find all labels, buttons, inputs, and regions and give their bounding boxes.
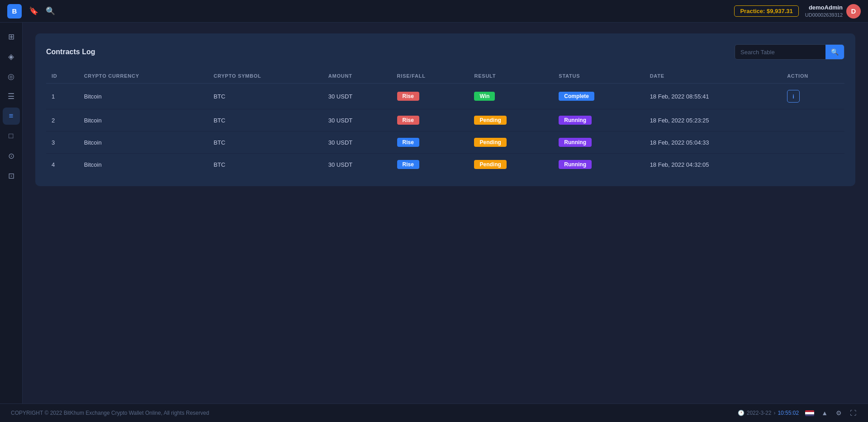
footer-time-value: 10:55:02 — [778, 410, 799, 416]
sidebar-item-trading[interactable]: ◈ — [3, 48, 20, 65]
table-row: 4 Bitcoin BTC 30 USDT Rise Pending Runni… — [46, 154, 844, 176]
cell-crypto-symbol: BTC — [208, 84, 323, 109]
main-layout: ⊞ ◈ ◎ ☰ ≡ □ ⊙ ⊡ Contracts Log — [0, 23, 868, 403]
search-input[interactable] — [735, 46, 825, 59]
cell-id: 3 — [46, 131, 79, 154]
flag-icon — [805, 410, 814, 416]
cell-result: Pending — [469, 154, 553, 176]
card-header: Contracts Log 🔍 — [46, 44, 844, 60]
footer-arrow: › — [773, 410, 775, 416]
col-rise-fall: RISE/FALL — [392, 69, 469, 84]
sidebar-item-transactions[interactable]: ☰ — [3, 88, 20, 105]
table-row: 2 Bitcoin BTC 30 USDT Rise Pending Runni… — [46, 109, 844, 131]
sidebar-item-orders[interactable]: □ — [3, 127, 20, 145]
status-badge: Running — [559, 138, 592, 147]
practice-balance[interactable]: Practice: $9,937.31 — [734, 5, 798, 17]
clock-icon: 🕐 — [738, 410, 745, 416]
contracts-icon: ≡ — [9, 112, 14, 121]
rise-fall-badge: Rise — [397, 92, 419, 101]
col-status: STATUS — [553, 69, 644, 84]
result-badge: Pending — [474, 138, 506, 147]
cell-status: Running — [553, 109, 644, 131]
cell-crypto-currency: Bitcoin — [79, 131, 209, 154]
user-name: demoAdmin — [805, 4, 843, 12]
table-header-row: ID CRYPTO CURRENCY CRYPTO SYMBOL AMOUNT … — [46, 69, 844, 84]
cell-action — [782, 154, 844, 176]
rise-fall-badge: Rise — [397, 160, 419, 169]
table-row: 3 Bitcoin BTC 30 USDT Rise Pending Runni… — [46, 131, 844, 154]
col-crypto-symbol: CRYPTO SYMBOL — [208, 69, 323, 84]
user-id: UD00002639312 — [805, 12, 843, 18]
table-row: 1 Bitcoin BTC 30 USDT Rise Win Complete … — [46, 84, 844, 109]
cell-crypto-symbol: BTC — [208, 154, 323, 176]
result-badge: Pending — [474, 116, 506, 125]
top-navigation: B 🔖 🔍 Practice: $9,937.31 demoAdmin UD00… — [0, 0, 868, 23]
sidebar-item-users[interactable]: ⊙ — [3, 147, 20, 164]
logo[interactable]: B — [7, 4, 22, 19]
search-icon[interactable]: 🔍 — [46, 6, 55, 16]
settings-icon[interactable]: ⚙ — [835, 408, 843, 417]
action-info-button[interactable]: i — [787, 90, 800, 103]
wallet-icon: ◎ — [8, 72, 14, 81]
orders-icon: □ — [9, 131, 13, 141]
status-badge: Running — [559, 160, 592, 169]
cell-action: i — [782, 84, 844, 109]
cell-crypto-symbol: BTC — [208, 109, 323, 131]
cell-id: 2 — [46, 109, 79, 131]
sidebar-item-wallet[interactable]: ◎ — [3, 68, 20, 85]
avatar[interactable]: D — [846, 4, 861, 19]
reports-icon: ⊡ — [8, 171, 14, 181]
cell-rise-fall: Rise — [392, 154, 469, 176]
cell-date: 18 Feb, 2022 08:55:41 — [645, 84, 782, 109]
cell-crypto-currency: Bitcoin — [79, 154, 209, 176]
status-badge: Complete — [559, 92, 594, 101]
col-date: DATE — [645, 69, 782, 84]
cell-result: Pending — [469, 131, 553, 154]
cell-result: Win — [469, 84, 553, 109]
footer-datetime: 🕐 2022-3-22 › 10:55:02 — [738, 410, 799, 416]
sidebar-item-contracts[interactable]: ≡ — [3, 108, 20, 125]
transactions-icon: ☰ — [8, 92, 14, 101]
cell-amount: 30 USDT — [323, 154, 392, 176]
col-action: ACTION — [782, 69, 844, 84]
sidebar: ⊞ ◈ ◎ ☰ ≡ □ ⊙ ⊡ — [0, 23, 23, 403]
status-badge: Running — [559, 116, 592, 125]
cell-crypto-currency: Bitcoin — [79, 84, 209, 109]
sidebar-item-reports[interactable]: ⊡ — [3, 167, 20, 184]
cell-status: Complete — [553, 84, 644, 109]
cell-action — [782, 131, 844, 154]
cell-crypto-currency: Bitcoin — [79, 109, 209, 131]
cell-date: 18 Feb, 2022 05:23:25 — [645, 109, 782, 131]
rise-fall-badge: Rise — [397, 116, 419, 125]
cell-id: 1 — [46, 84, 79, 109]
bookmark-icon[interactable]: 🔖 — [29, 6, 38, 16]
main-content: Contracts Log 🔍 ID CRYPTO CURRENCY CRYPT… — [23, 23, 868, 403]
cell-date: 18 Feb, 2022 04:32:05 — [645, 154, 782, 176]
fullscreen-icon[interactable]: ⛶ — [849, 408, 857, 417]
search-box: 🔍 — [735, 44, 844, 60]
cell-amount: 30 USDT — [323, 109, 392, 131]
expand-icon[interactable]: ▲ — [821, 408, 829, 417]
topnav-left: B 🔖 🔍 — [7, 4, 55, 19]
topnav-right: Practice: $9,937.31 demoAdmin UD00002639… — [734, 4, 861, 19]
footer-date: 2022-3-22 — [747, 410, 772, 416]
footer-right: 🕐 2022-3-22 › 10:55:02 ▲ ⚙ ⛶ — [738, 408, 857, 417]
result-badge: Win — [474, 92, 495, 101]
users-icon: ⊙ — [8, 151, 14, 161]
col-amount: AMOUNT — [323, 69, 392, 84]
search-icon: 🔍 — [831, 48, 839, 56]
cell-rise-fall: Rise — [392, 84, 469, 109]
cell-date: 18 Feb, 2022 05:04:33 — [645, 131, 782, 154]
cell-status: Running — [553, 154, 644, 176]
sidebar-item-home[interactable]: ⊞ — [3, 28, 20, 45]
user-info: demoAdmin UD00002639312 D — [805, 4, 861, 19]
cell-crypto-symbol: BTC — [208, 131, 323, 154]
col-result: RESULT — [469, 69, 553, 84]
cell-rise-fall: Rise — [392, 109, 469, 131]
search-button[interactable]: 🔍 — [825, 45, 844, 59]
cell-id: 4 — [46, 154, 79, 176]
contracts-table: ID CRYPTO CURRENCY CRYPTO SYMBOL AMOUNT … — [46, 69, 844, 175]
col-crypto-currency: CRYPTO CURRENCY — [79, 69, 209, 84]
result-badge: Pending — [474, 160, 506, 169]
cell-rise-fall: Rise — [392, 131, 469, 154]
